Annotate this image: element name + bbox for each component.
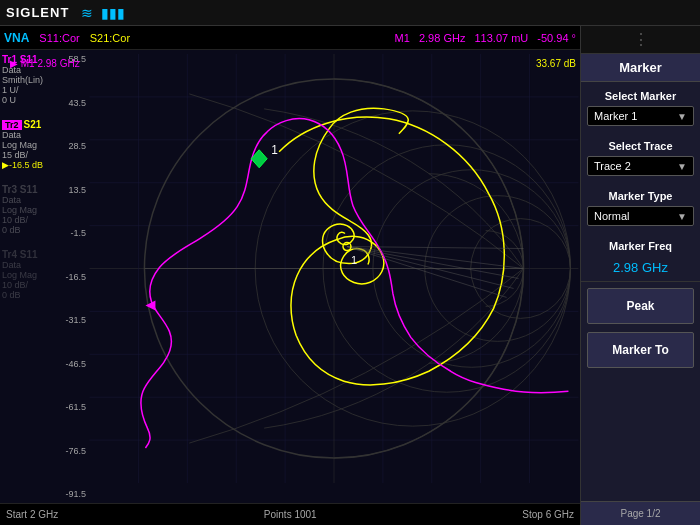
tr3-ref: 0 dB <box>2 225 58 235</box>
peak-button[interactable]: Peak <box>587 288 694 324</box>
select-marker-label: Select Marker <box>581 82 700 106</box>
marker-chart-label: ▶ M1 2.98 GHz <box>10 58 80 69</box>
trace2-block: Tr2 S21 Data Log Mag 15 dB/ ▶-16.5 dB <box>2 119 58 170</box>
tr1-ref: 0 U <box>2 95 58 105</box>
page-footer: Page 1/2 <box>581 501 700 525</box>
select-trace-arrow-icon: ▼ <box>677 161 687 172</box>
stop-freq: Stop 6 GHz <box>522 509 574 520</box>
select-trace-dropdown[interactable]: Trace 2 ▼ <box>587 156 694 176</box>
y-label-3: 13.5 <box>60 185 88 195</box>
select-trace-label: Select Trace <box>581 132 700 156</box>
y-label-8: -61.5 <box>60 402 88 412</box>
start-freq: Start 2 GHz <box>6 509 58 520</box>
marker-type-value: Normal <box>594 210 629 222</box>
trace3-block: Tr3 S11 Data Log Mag 10 dB/ 0 dB <box>2 184 58 235</box>
bottom-bar: Start 2 GHz Points 1001 Stop 6 GHz <box>0 503 580 525</box>
left-panel: VNA S11:Cor S21:Cor M1 2.98 GHz 113.07 m… <box>0 26 580 525</box>
marker-val2: -50.94 ° <box>537 32 576 44</box>
tr1-mode: Smith(Lin) <box>2 75 58 85</box>
brand-label: SIGLENT <box>6 5 69 20</box>
tr3-data: Data <box>2 195 58 205</box>
chart-area: Tr1 S11 Data Smith(Lin) 1 U/ 0 U Tr2 S21… <box>0 50 580 503</box>
tr4-name: Tr4 S11 <box>2 249 58 260</box>
marker-freq-label: Marker Freq <box>581 232 700 256</box>
y-label-5: -16.5 <box>60 272 88 282</box>
marker-type-dropdown[interactable]: Normal ▼ <box>587 206 694 226</box>
topbar: SIGLENT ≋ ▮▮▮ <box>0 0 700 26</box>
marker-freq: 2.98 GHz <box>419 32 465 44</box>
tr2-data: Data <box>2 130 58 140</box>
m1-arrow: ▶ <box>10 58 21 69</box>
marker-freq-value: 2.98 GHz <box>581 256 700 279</box>
tr2-badge: Tr2 <box>2 120 22 130</box>
right-panel: ⋮ Marker Select Marker Marker 1 ▼ Select… <box>580 26 700 525</box>
tr4-scale: 10 dB/ <box>2 280 58 290</box>
dots-decoration: ⋮ <box>633 30 649 49</box>
y-label-9: -76.5 <box>60 446 88 456</box>
tr2-scale: 15 dB/ <box>2 150 58 160</box>
battery-icon: ▮▮▮ <box>101 5 125 21</box>
y-label-7: -46.5 <box>60 359 88 369</box>
smith-chart: 1 1 <box>88 54 580 483</box>
y-label-1: 43.5 <box>60 98 88 108</box>
tr3-name: Tr3 S11 <box>2 184 58 195</box>
tr4-data: Data <box>2 260 58 270</box>
trace1-label: S11:Cor <box>39 32 79 44</box>
marker-info: M1 2.98 GHz 113.07 mU -50.94 ° <box>389 32 576 44</box>
divider1 <box>581 281 700 282</box>
points-label: Points 1001 <box>264 509 317 520</box>
marker-type-label: Marker Type <box>581 182 700 206</box>
trace2-label: S21:Cor <box>90 32 130 44</box>
trace4-block: Tr4 S11 Data Log Mag 10 dB/ 0 dB <box>2 249 58 300</box>
trace-labels: Tr1 S11 Data Smith(Lin) 1 U/ 0 U Tr2 S21… <box>0 50 60 503</box>
marker-label: M1 <box>395 32 410 44</box>
tr4-mode: Log Mag <box>2 270 58 280</box>
tr3-mode: Log Mag <box>2 205 58 215</box>
y-axis: 58.5 43.5 28.5 13.5 -1.5 -16.5 -31.5 -46… <box>60 50 88 503</box>
y-label-4: -1.5 <box>60 228 88 238</box>
select-marker-value: Marker 1 <box>594 110 637 122</box>
tr2-mode: Log Mag <box>2 140 58 150</box>
trace-header: VNA S11:Cor S21:Cor M1 2.98 GHz 113.07 m… <box>0 26 580 50</box>
marker-to-button[interactable]: Marker To <box>587 332 694 368</box>
tr2-name: S21 <box>24 119 42 130</box>
select-marker-arrow-icon: ▼ <box>677 111 687 122</box>
vna-label: VNA <box>4 31 29 45</box>
m1-chart-freq: M1 2.98 GHz <box>21 58 80 69</box>
svg-text:1: 1 <box>271 143 278 157</box>
marker-val1: 113.07 mU <box>474 32 528 44</box>
tr2-ref: ▶-16.5 dB <box>2 160 58 170</box>
y-label-10: -91.5 <box>60 489 88 499</box>
select-marker-dropdown[interactable]: Marker 1 ▼ <box>587 106 694 126</box>
tr3-scale: 10 dB/ <box>2 215 58 225</box>
marker-type-arrow-icon: ▼ <box>677 211 687 222</box>
marker-panel-header: Marker <box>581 54 700 82</box>
main-content: VNA S11:Cor S21:Cor M1 2.98 GHz 113.07 m… <box>0 26 700 525</box>
svg-text:1: 1 <box>351 254 357 266</box>
y-label-6: -31.5 <box>60 315 88 325</box>
wave-icon: ≋ <box>81 5 93 21</box>
tr1-scale: 1 U/ <box>2 85 58 95</box>
y-label-2: 28.5 <box>60 141 88 151</box>
tr4-ref: 0 dB <box>2 290 58 300</box>
select-trace-value: Trace 2 <box>594 160 631 172</box>
